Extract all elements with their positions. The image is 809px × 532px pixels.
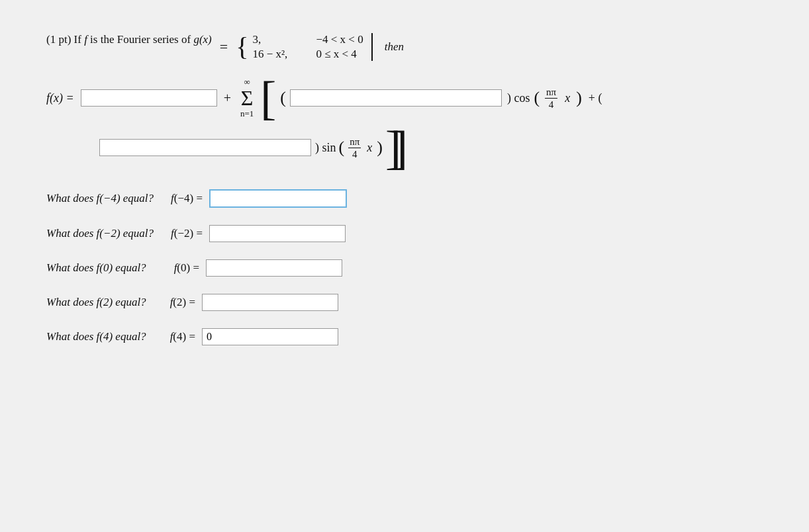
q2-label: f(−2) = (171, 227, 203, 240)
q3-text: What does f(0) equal? (46, 261, 146, 275)
piecewise-brace: { (236, 34, 248, 60)
cos-close-paren: ) (576, 89, 582, 107)
cos-frac-num: nπ (545, 86, 557, 99)
q5-label: f(4) = (170, 330, 195, 343)
fx-label: f(x) = (46, 91, 74, 105)
problem-label: (1 pt) If f is the Fourier series of g(x… (46, 33, 212, 46)
then-text: then (385, 40, 404, 54)
sigma-symbol: Σ (241, 87, 254, 109)
question-row-4: What does f(2) equal? f(2) = (46, 294, 763, 311)
equals-symbol: = (220, 38, 228, 56)
q2-text: What does f(−2) equal? (46, 227, 154, 240)
problem-statement: (1 pt) If f is the Fourier series of g(x… (46, 33, 763, 61)
summation: ∞ Σ n=1 (240, 77, 254, 119)
q4-label: f(2) = (170, 296, 195, 309)
q1-input[interactable] (209, 189, 347, 208)
cos-frac-den: 4 (547, 99, 555, 111)
piecewise-right-bar (371, 33, 373, 61)
plus-paren: + ( (589, 91, 602, 105)
q2-input[interactable] (209, 225, 346, 242)
question-row-3: What does f(0) equal? f(0) = (46, 259, 763, 277)
piecewise-cases: 3, −4 < x < 0 16 − x², 0 ≤ x < 4 (252, 33, 363, 61)
q1-text: What does f(−4) equal? (46, 192, 154, 205)
piecewise-function: { 3, −4 < x < 0 16 − x², 0 ≤ x < 4 (236, 33, 372, 61)
piecewise-case-1: 3, −4 < x < 0 (252, 33, 363, 46)
sigma-from: n=1 (240, 109, 254, 119)
sin-label: ) sin (315, 141, 336, 155)
question-row-1: What does f(−4) equal? f(−4) = (46, 189, 763, 208)
sin-frac-den: 4 (351, 148, 359, 160)
cos-open-paren: ( (534, 89, 540, 107)
a0-input[interactable] (81, 89, 217, 107)
q1-label: f(−4) = (171, 192, 203, 205)
q4-text: What does f(2) equal? (46, 296, 146, 309)
plus-sign-1: + (224, 91, 231, 106)
sin-x: x (367, 141, 372, 155)
question-row-2: What does f(−2) equal? f(−2) = (46, 225, 763, 242)
q3-input[interactable] (206, 259, 342, 277)
sin-close-paren: ) (377, 139, 383, 156)
page-container: (1 pt) If f is the Fourier series of g(x… (26, 20, 783, 376)
big-bracket-right2: ] (392, 126, 408, 169)
cos-x: x (565, 91, 570, 105)
cos-label: ) cos (507, 91, 530, 105)
question-row-5: What does f(4) equal? f(4) = (46, 328, 763, 345)
sin-fraction: nπ 4 (348, 136, 361, 160)
q5-input[interactable] (202, 328, 338, 345)
sin-row: ) sin ( nπ 4 x ) ] ] (99, 126, 763, 169)
q5-text: What does f(4) equal? (46, 330, 146, 343)
sin-coeff-input[interactable] (99, 139, 311, 156)
vert-bar-left-cos: ( (280, 88, 286, 108)
sin-frac-num: nπ (348, 136, 361, 148)
q3-label: f(0) = (174, 261, 199, 275)
piecewise-case-2: 16 − x², 0 ≤ x < 4 (252, 48, 363, 61)
cos-fraction: nπ 4 (545, 86, 557, 111)
fourier-series-row: f(x) = + ∞ Σ n=1 [ ( ) cos ( nπ 4 x ) + … (46, 77, 763, 120)
cos-coeff-input[interactable] (290, 89, 502, 107)
q4-input[interactable] (202, 294, 338, 311)
big-bracket-left: [ (260, 77, 276, 120)
sin-open-paren: ( (339, 139, 345, 156)
questions-container: What does f(−4) equal? f(−4) = What does… (46, 189, 763, 345)
